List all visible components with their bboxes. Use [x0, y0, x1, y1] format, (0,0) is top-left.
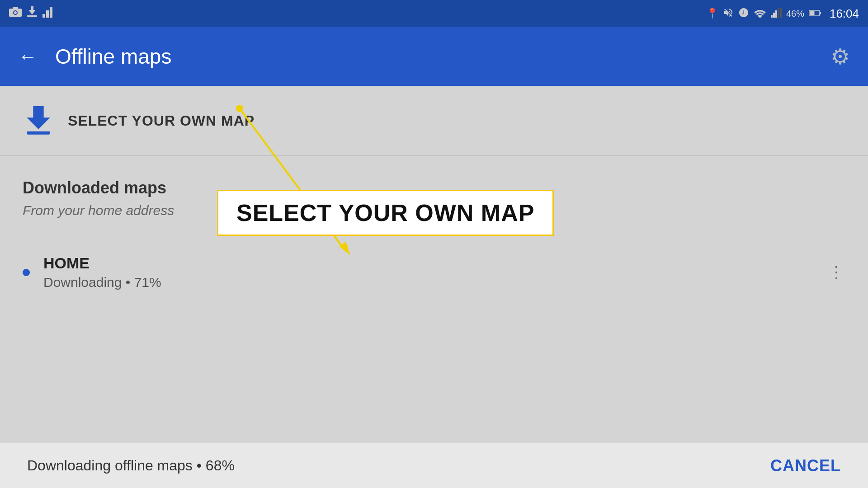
svg-rect-8	[50, 7, 52, 18]
select-own-map-row[interactable]: SELECT YOUR OWN MAP SELECT YOUR OWN MAP	[0, 86, 868, 156]
select-map-label: SELECT YOUR OWN MAP	[68, 113, 255, 129]
app-bar: ← Offline maps ⚙	[0, 27, 868, 86]
svg-marker-5	[28, 6, 36, 14]
bottom-bar: Downloading offline maps • 68% CANCEL	[0, 443, 868, 488]
svg-marker-17	[27, 106, 50, 129]
svg-rect-13	[780, 8, 782, 18]
status-bar-left-icons	[9, 6, 54, 21]
download-status-icon	[27, 6, 37, 21]
map-download-status: Downloading • 71%	[43, 275, 815, 290]
mute-icon	[723, 7, 734, 20]
download-status-text: Downloading offline maps • 68%	[27, 457, 235, 474]
status-bar: 📍	[0, 0, 868, 27]
back-button[interactable]: ←	[18, 46, 37, 67]
app-title: Offline maps	[55, 44, 171, 69]
status-time: 16:04	[830, 7, 859, 21]
svg-rect-16	[820, 12, 821, 14]
chart-status-icon	[42, 7, 54, 20]
highlight-box-label: SELECT YOUR OWN MAP	[236, 200, 534, 226]
location-icon: 📍	[706, 8, 718, 19]
svg-rect-15	[809, 11, 814, 15]
map-name: HOME	[43, 254, 815, 272]
svg-rect-4	[27, 15, 37, 17]
svg-rect-12	[778, 8, 779, 18]
svg-rect-6	[42, 14, 45, 18]
status-bar-right-icons: 📍	[706, 7, 859, 21]
cancel-button[interactable]: CANCEL	[770, 456, 841, 475]
battery-icon	[809, 9, 821, 19]
alarm-icon	[738, 7, 749, 20]
battery-percent: 46%	[786, 9, 804, 19]
app-bar-left: ← Offline maps	[18, 44, 171, 69]
svg-point-2	[14, 11, 17, 14]
svg-rect-9	[771, 15, 773, 18]
download-map-icon	[23, 104, 54, 137]
highlight-box: SELECT YOUR OWN MAP	[217, 190, 554, 236]
map-indicator	[23, 269, 30, 276]
wifi-icon	[754, 8, 766, 20]
map-item-home[interactable]: HOME Downloading • 71% ⋮	[0, 245, 868, 299]
svg-rect-11	[775, 10, 777, 18]
photo-icon	[9, 7, 22, 20]
svg-rect-3	[13, 7, 18, 9]
svg-rect-18	[27, 131, 50, 135]
map-info: HOME Downloading • 71%	[43, 254, 815, 290]
svg-rect-10	[773, 13, 775, 18]
map-more-button[interactable]: ⋮	[828, 263, 845, 282]
main-content: SELECT YOUR OWN MAP SELECT YOUR OWN MAP …	[0, 86, 868, 443]
svg-rect-7	[46, 10, 49, 18]
settings-button[interactable]: ⚙	[830, 44, 850, 69]
svg-point-21	[236, 105, 243, 112]
signal-icon	[771, 8, 782, 20]
